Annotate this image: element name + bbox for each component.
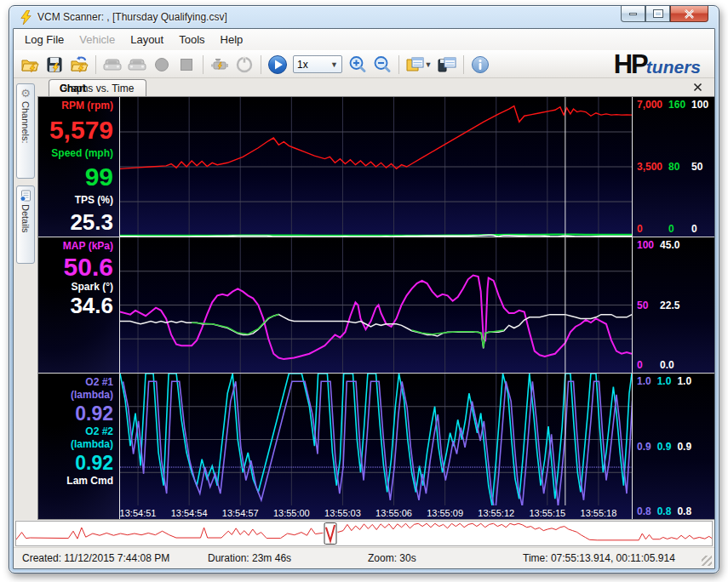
tab-close-button[interactable]: [691, 81, 704, 94]
axis-column: 45.022.50.0: [660, 239, 685, 371]
play-icon: [267, 54, 288, 75]
axis-tick: 0: [637, 223, 662, 235]
sidebar-tab-details[interactable]: Details: [16, 185, 35, 264]
channel-labels-panel: MAP (kPa)50.6Spark (°)34.6: [38, 237, 120, 373]
chart-row-map-spark: MAP (kPa)50.6Spark (°)34.6 10050045.022.…: [38, 237, 714, 374]
chart-row-rpm-speed-tps: RPM (rpm)5,579Speed (mph)99TPS (%)25.3 7…: [38, 97, 714, 237]
info-icon: [471, 55, 490, 74]
stop-square-icon: [180, 58, 193, 71]
layout-windows-icon: [406, 56, 425, 73]
minimize-button[interactable]: [621, 6, 645, 22]
chevron-down-icon: ▼: [330, 60, 338, 69]
axis-tick: 100: [691, 99, 708, 111]
axis-tick: 80: [668, 161, 685, 173]
charts-panel: RPM (rpm)5,579Speed (mph)99TPS (%)25.3 7…: [37, 96, 714, 520]
axis-tick: 0.8: [637, 505, 651, 517]
info-button[interactable]: [469, 54, 491, 76]
tab-label: Graphs vs. Time: [60, 83, 134, 94]
window-title: VCM Scanner: , [Thursday Qualifying.csv]: [37, 11, 227, 23]
channel-value: 0.92: [40, 452, 113, 474]
save-layout-button[interactable]: [436, 54, 458, 76]
close-tab-icon: [693, 83, 702, 92]
toolbar: 1x ▼: [14, 50, 714, 78]
record-button: [151, 54, 173, 76]
zoom-out-button[interactable]: [371, 54, 393, 76]
playback-speed-value: 1x: [297, 59, 329, 71]
channel-label: Speed (mph): [40, 147, 113, 160]
details-tab-label: Details: [20, 204, 31, 233]
axis-tick: 0.9: [677, 441, 691, 453]
toolbar-separator: [95, 55, 96, 74]
play-button[interactable]: [267, 54, 289, 76]
menu-help[interactable]: Help: [213, 31, 251, 48]
overview-waveform: [16, 523, 712, 540]
axis-column: 1.00.90.8: [657, 375, 678, 517]
save-floppy-icon: [46, 56, 63, 73]
axis-tick: 0.9: [637, 441, 651, 453]
channel-value: 99: [40, 163, 113, 190]
toolbar-separator: [203, 55, 203, 74]
menu-bar: Log File Vehicle Layout Tools Help: [14, 29, 714, 50]
time-axis: 13:54:5113:54:5413:54:5713:55:0013:55:03…: [120, 505, 632, 518]
maximize-icon: [654, 10, 662, 17]
axis-column: 100500: [637, 239, 660, 371]
time-tick-label: 13:55:06: [375, 508, 412, 518]
axis-column: 100500: [691, 99, 714, 235]
axis-tick: 22.5: [660, 300, 679, 311]
details-page-icon: [20, 190, 32, 202]
power-icon: [236, 56, 253, 73]
zoom-in-icon: [348, 55, 367, 74]
chart-plot-area[interactable]: [120, 237, 632, 373]
series-Speed: [120, 235, 632, 236]
toolbar-separator: [261, 55, 261, 74]
open-log-button[interactable]: [19, 54, 41, 76]
time-tick-label: 13:55:09: [427, 508, 463, 518]
status-time: Time: 07:55:13.914, 00:11:05.914: [523, 552, 682, 564]
chart-plot-area[interactable]: [120, 97, 632, 237]
axis-column: 160800: [668, 99, 691, 235]
car-icon: [102, 57, 123, 72]
menu-log-file[interactable]: Log File: [17, 31, 72, 48]
menu-tools[interactable]: Tools: [171, 31, 212, 48]
axis-column: 7,0003,5000: [637, 99, 668, 235]
close-button[interactable]: [670, 6, 708, 22]
sidebar-tab-channels[interactable]: ⚙ Channels:: [16, 83, 35, 179]
zoom-in-button[interactable]: [347, 54, 369, 76]
overview-position-slider[interactable]: [324, 522, 337, 545]
playback-speed-select[interactable]: 1x ▼: [293, 55, 342, 73]
axis-tick: 3,500: [637, 161, 662, 173]
series-Spark: [120, 315, 632, 349]
right-axis-panel: 10050045.022.50.0: [632, 237, 714, 373]
series-MAP: [120, 276, 632, 360]
maximize-button[interactable]: [645, 6, 670, 22]
chart-plot-area[interactable]: 13:54:5113:54:5413:54:5713:55:0013:55:03…: [120, 374, 632, 519]
log-overview-strip[interactable]: [15, 521, 713, 546]
time-tick-label: 13:54:54: [171, 508, 208, 518]
toolbar-separator: [398, 55, 399, 74]
axis-tick: 0.0: [660, 359, 679, 371]
channel-label: O2 #1 (lambda): [40, 376, 113, 402]
axis-tick: 0.8: [657, 505, 672, 517]
tab-graphs-vs-time[interactable]: Chart Graphs vs. Time: [49, 79, 146, 96]
status-duration: Duration: 23m 46s: [208, 552, 368, 564]
chart-row-o2-lambda: O2 #1 (lambda)0.92O2 #2 (lambda)0.92Lam …: [38, 374, 714, 519]
connect-vehicle-button: [101, 54, 123, 76]
logo-tuners-text: tuners: [646, 58, 701, 76]
save-log-button[interactable]: [43, 54, 66, 76]
axis-tick: 0.9: [657, 441, 672, 453]
menu-layout[interactable]: Layout: [123, 31, 171, 48]
channel-value: 50.6: [40, 254, 113, 280]
resize-grip[interactable]: [702, 556, 712, 566]
axis-tick: 1.0: [657, 375, 672, 387]
app-lightning-icon: [20, 10, 32, 25]
reopen-log-button[interactable]: [68, 54, 90, 76]
channels-tab-label: Channels:: [20, 101, 31, 144]
axis-column: 1.00.90.8: [637, 375, 657, 517]
channel-value: 5,579: [40, 117, 113, 143]
title-bar[interactable]: VCM Scanner: , [Thursday Qualifying.csv]: [13, 6, 715, 28]
toolbar-separator: [463, 55, 464, 74]
layout-select-button[interactable]: ▼: [404, 54, 433, 76]
slider-check-mark: [325, 523, 336, 544]
time-tick-label: 13:54:57: [222, 508, 259, 518]
channel-labels-panel: O2 #1 (lambda)0.92O2 #2 (lambda)0.92Lam …: [38, 374, 120, 519]
